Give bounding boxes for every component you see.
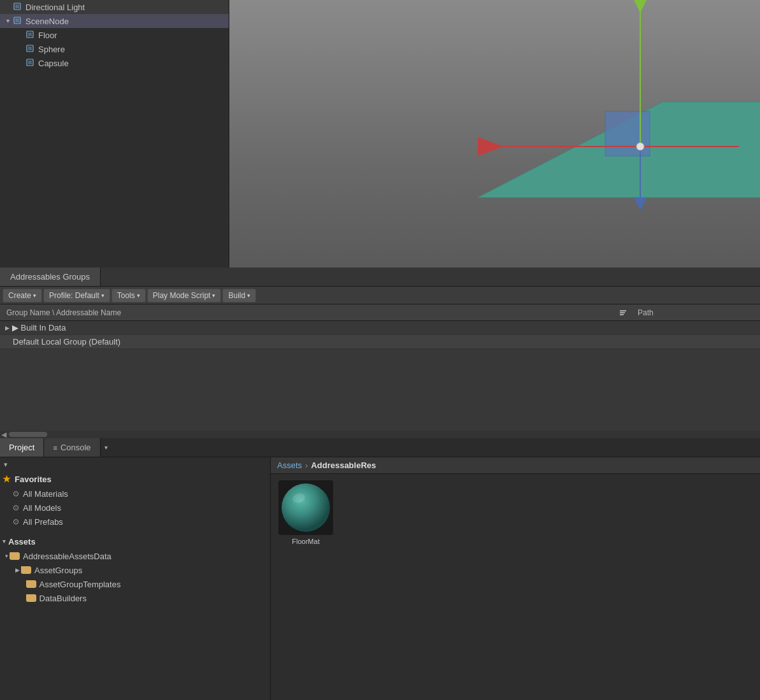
star-icon: ★ [3,474,11,484]
svg-rect-7 [28,46,32,50]
assets-header: ▾ Assets [0,534,270,549]
scroll-left-arrow[interactable]: ◀ [1,431,6,439]
default-local-group-label: Default Local Group (Default) [13,337,120,346]
data-builders-item[interactable]: DataBuilders [0,591,270,605]
sidebar-dropdown-arrow: ▾ [4,461,8,469]
all-models-item[interactable]: ⊙ All Models [0,501,270,515]
assets-label: Assets [8,537,36,546]
hierarchy-panel: Directional Light ▼ SceneNode Floor [0,0,229,268]
tab-bar: Project ≡ Console ▾ [0,438,760,457]
project-tab[interactable]: Project [0,438,44,457]
data-builders-label: DataBuilders [39,594,87,603]
addressables-tab[interactable]: Addressables Groups [0,268,101,286]
breadcrumb-root[interactable]: Assets [277,461,302,470]
folder-icon-addr [10,552,20,560]
asset-breadcrumb: Assets › AddressableRes [271,457,760,474]
hierarchy-item-floor[interactable]: Floor [0,28,229,42]
scene-svg [229,0,760,268]
all-materials-label: All Materials [23,489,68,499]
no-arrow [18,32,25,38]
svg-marker-17 [634,197,647,210]
cube-icon [13,2,23,12]
addressables-tab-label: Addressables Groups [10,272,90,282]
svg-rect-20 [620,312,625,313]
cube-icon-2 [13,16,23,26]
svg-point-22 [282,483,330,532]
svg-rect-3 [15,18,19,22]
play-mode-button[interactable]: Play Mode Script ▾ [147,289,222,303]
sidebar-dropdown-toggle[interactable]: ▾ [0,457,270,471]
hierarchy-item-sphere[interactable]: Sphere [0,42,229,56]
profile-button[interactable]: Profile: Default ▾ [43,289,110,303]
built-in-data-row[interactable]: ▶ ▶ Built In Data [0,321,760,335]
assetgroups-arrow: ▶ [15,567,20,573]
scrollbar-thumb[interactable] [9,432,47,437]
cube-icon-5 [25,58,36,68]
bottom-area: Project ≡ Console ▾ ▾ ★ Favorites ⊙ All … [0,438,760,700]
floor-mat-label: FloorMat [292,538,319,545]
asset-group-templates-item[interactable]: AssetGroupTemplates [0,577,270,591]
addressables-tab-bar: Addressables Groups [0,268,760,287]
floor-mat-preview-svg [278,480,333,535]
scene-view[interactable] [229,0,760,268]
hierarchy-item-directional-light[interactable]: Directional Light [0,0,229,14]
svg-marker-15 [478,137,503,156]
hierarchy-item-label-5: Capsule [38,59,69,68]
tools-arrow-icon: ▾ [137,292,140,299]
assets-expand-arrow-icon: ▾ [3,538,6,545]
console-tab-icon: ≡ [53,444,57,452]
breadcrumb-current: AddressableRes [311,461,376,470]
default-local-group-row[interactable]: Default Local Group (Default) [0,335,760,349]
svg-point-18 [636,143,644,150]
sort-icon [619,308,627,317]
addressables-area: Addressables Groups Create ▾ Profile: De… [0,268,760,438]
console-tab[interactable]: ≡ Console [44,438,100,457]
svg-rect-21 [620,314,624,315]
folder-expand-arrow: ▾ [5,553,8,559]
search-icon-models: ⊙ [13,503,19,512]
hierarchy-item-scenenode[interactable]: ▼ SceneNode [0,14,229,28]
folder-icon-databuilders [26,594,36,602]
build-button[interactable]: Build ▾ [222,289,256,303]
no-arrow-2 [18,46,25,52]
build-arrow-icon: ▾ [247,292,250,299]
floor-mat-thumbnail [278,480,333,535]
no-arrow-3 [18,60,25,66]
breadcrumb-arrow-icon: › [305,461,308,470]
svg-rect-1 [15,4,19,8]
hierarchy-item-capsule[interactable]: Capsule [0,56,229,70]
addressable-assets-data-item[interactable]: ▾ AddressableAssetsData [0,549,270,563]
col-name-header: Group Name \ Addressable Name [0,308,613,317]
expand-arrow-icon: ▼ [5,18,13,24]
create-label: Create [8,291,31,300]
all-prefabs-label: All Prefabs [23,517,63,527]
col-icon-header [613,308,633,317]
play-mode-arrow-icon: ▾ [212,292,215,299]
templates-arrow [23,581,25,587]
favorites-label: Favorites [15,475,52,484]
tools-button[interactable]: Tools ▾ [111,289,146,303]
col-path-label: Path [638,308,654,317]
cube-icon-4 [25,44,36,54]
search-icon-prefabs: ⊙ [13,517,19,526]
search-icon-materials: ⊙ [13,489,19,498]
folder-icon-templates [26,580,36,588]
create-button[interactable]: Create ▾ [3,289,42,303]
svg-rect-5 [28,32,32,36]
hierarchy-item-label-3: Floor [38,31,57,40]
console-tab-label: Console [61,443,91,452]
addressables-spacer [0,349,760,431]
asset-group-templates-label: AssetGroupTemplates [39,580,121,589]
addressables-toolbar: Create ▾ Profile: Default ▾ Tools ▾ Play… [0,287,760,304]
tab-dropdown-button[interactable]: ▾ [101,438,111,457]
svg-rect-19 [620,310,626,311]
col-name-label: Group Name \ Addressable Name [6,308,121,317]
asset-groups-item[interactable]: ▶ AssetGroups [0,563,270,577]
hierarchy-item-label-2: SceneNode [25,17,69,26]
floor-mat-asset[interactable]: FloorMat [277,480,334,545]
hierarchy-item-label: Directional Light [25,3,85,12]
all-prefabs-item[interactable]: ⊙ All Prefabs [0,515,270,529]
svg-marker-13 [634,0,647,13]
all-materials-item[interactable]: ⊙ All Materials [0,487,270,501]
horizontal-scrollbar[interactable]: ◀ [0,431,760,438]
